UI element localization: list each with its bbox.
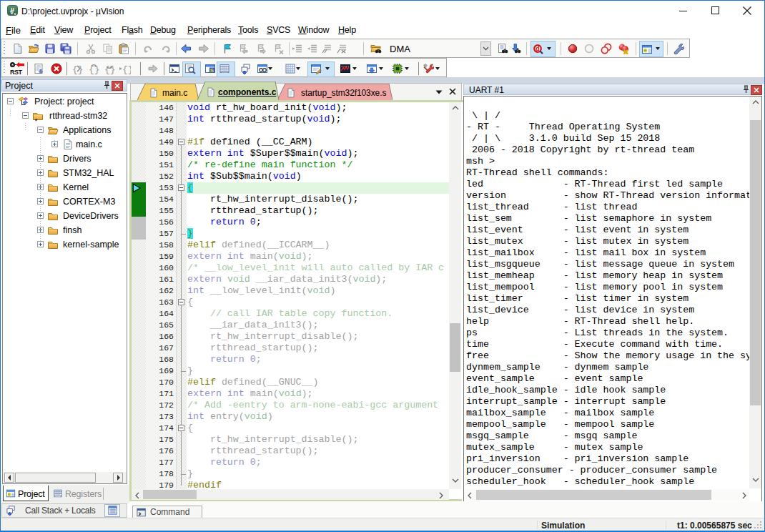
svg-text:S: S: [210, 67, 214, 74]
svg-text:RST: RST: [10, 69, 23, 76]
svg-text:{}: {}: [89, 64, 99, 74]
svg-text:{}: {}: [122, 64, 131, 74]
svg-text:d: d: [536, 44, 540, 52]
svg-text:{}: {}: [104, 64, 115, 74]
svg-text:s: s: [14, 11, 16, 16]
svg-text:V: V: [10, 9, 14, 16]
